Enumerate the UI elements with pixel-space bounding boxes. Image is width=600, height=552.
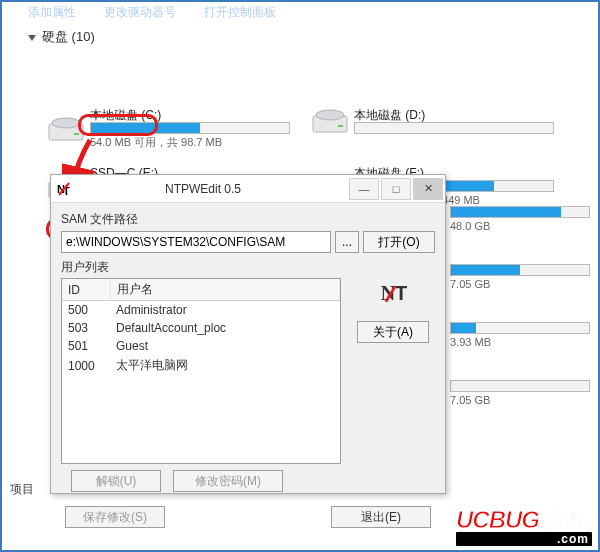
table-row[interactable]: 503DefaultAccount_ploc (62, 319, 340, 337)
ntpwedit-dialog: NT NTPWEdit 0.5 — □ ✕ SAM 文件路径 ... 打开(O)… (50, 174, 446, 494)
chevron-down-icon[interactable] (28, 35, 36, 41)
titlebar[interactable]: NT NTPWEdit 0.5 — □ ✕ (51, 175, 445, 203)
table-row[interactable]: 501Guest (62, 337, 340, 355)
top-tabs: 添加属性 更改驱动器号 打开控制面板 (2, 2, 598, 22)
tab-link[interactable]: 打开控制面板 (204, 4, 276, 21)
table-row[interactable]: 1000太平洋电脑网 (62, 355, 340, 376)
sam-path-label: SAM 文件路径 (61, 211, 435, 228)
corner-label: 项目 (10, 481, 34, 498)
exit-button[interactable]: 退出(E) (331, 506, 431, 528)
tab-link[interactable]: 更改驱动器号 (104, 4, 176, 21)
col-name[interactable]: 用户名 (110, 279, 340, 301)
drive-subtext: 7.05 GB (450, 394, 490, 406)
svg-point-4 (316, 110, 344, 120)
svg-point-1 (52, 118, 80, 128)
userlist-label: 用户列表 (61, 259, 435, 276)
table-row[interactable]: 500Administrator (62, 301, 340, 320)
section-title: 硬盘 (10) (2, 22, 598, 50)
highlight-ssd (78, 114, 158, 136)
usage-bar (450, 264, 590, 276)
drive-item[interactable]: 本地磁盘 (D:) (312, 108, 554, 134)
about-button[interactable]: 关于(A) (357, 321, 429, 343)
change-password-button[interactable]: 修改密码(M) (173, 470, 283, 492)
drive-label: 本地磁盘 (D:) (354, 108, 554, 122)
usage-bar (450, 206, 590, 218)
col-id[interactable]: ID (62, 279, 110, 301)
unlock-button[interactable]: 解锁(U) (71, 470, 161, 492)
drive-subtext: 48.0 GB (450, 220, 490, 232)
minimize-button[interactable]: — (349, 178, 379, 200)
usage-bar (450, 380, 590, 392)
dialog-title: NTPWEdit 0.5 (57, 182, 349, 196)
drive-subtext: 3.93 MB (450, 336, 491, 348)
sam-path-input[interactable] (61, 231, 331, 253)
svg-rect-2 (74, 133, 79, 135)
watermark: UCBUG游戏网 .com (456, 506, 592, 546)
open-button[interactable]: 打开(O) (363, 231, 435, 253)
drive-icon (312, 108, 348, 134)
tab-link[interactable]: 添加属性 (28, 4, 76, 21)
close-button[interactable]: ✕ (413, 178, 443, 200)
browse-button[interactable]: ... (335, 231, 359, 253)
drive-subtext: 54.0 MB 可用，共 98.7 MB (90, 135, 290, 150)
user-table[interactable]: ID 用户名 500Administrator503DefaultAccount… (61, 278, 341, 464)
save-button[interactable]: 保存修改(S) (65, 506, 165, 528)
maximize-button[interactable]: □ (381, 178, 411, 200)
usage-bar (354, 122, 554, 134)
nt-logo: NT/ (381, 282, 406, 305)
drive-subtext: 7.05 GB (450, 278, 490, 290)
svg-rect-5 (338, 125, 343, 127)
usage-bar (450, 322, 590, 334)
